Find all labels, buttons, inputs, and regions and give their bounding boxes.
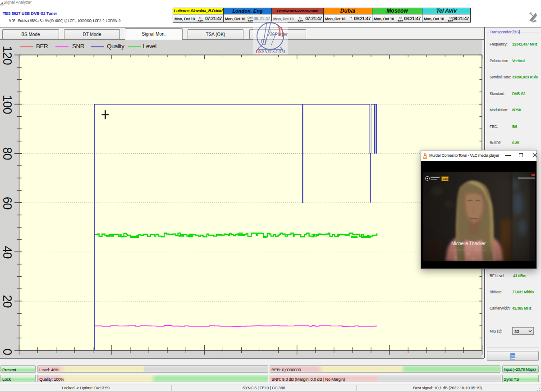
svg-text:Michelle Thacker: Michelle Thacker [451,241,486,246]
svg-text:CUGINA DI CARLA: CUGINA DI CARLA [452,248,487,251]
svg-text:DX: DX [256,49,262,54]
svg-text:SATCS.COM: SATCS.COM [262,49,285,54]
svg-text:Giallo: Giallo [443,178,449,180]
